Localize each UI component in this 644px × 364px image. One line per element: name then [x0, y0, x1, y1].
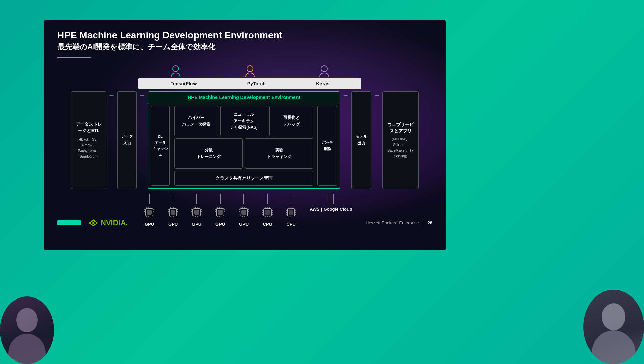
presenter-right-silhouette	[583, 290, 644, 364]
presenter-left-thumbnail	[0, 296, 54, 364]
person-tensorflow	[171, 65, 180, 77]
arrow-data-input: →	[139, 91, 146, 189]
nvidia-logo: NVIDIA.	[88, 218, 128, 227]
framework-tensorflow: TensorFlow	[171, 81, 197, 86]
footer-right: Hewlett Packard Enterprise 28	[366, 219, 432, 226]
framework-bar: TensorFlow PyTorch Keras	[138, 78, 361, 89]
top-section: TensorFlow PyTorch Keras	[57, 65, 432, 89]
presenter-left-silhouette	[0, 296, 54, 364]
framework-keras: Keras	[316, 81, 329, 86]
arrow-model-output: →	[342, 91, 349, 189]
data-storage-box: データストレージとETL (HDFS、S3、Airflow、Pachyderm、…	[71, 91, 106, 189]
web-service-title: ウェブサービスとアプリ	[386, 121, 415, 134]
slide-main-title: HPE Machine Learning Development Environ…	[57, 30, 432, 41]
svg-point-102	[8, 334, 46, 364]
cpu-chip-icon-2	[285, 206, 298, 219]
web-service-box: ウェブサービスとアプリ (MLFlow、Seldon、SageMaker、TF …	[382, 91, 419, 189]
svg-rect-71	[265, 210, 270, 215]
dl-cache-label: DLデータキャッシュ	[151, 134, 169, 157]
data-storage-title: データストレージとETL	[75, 121, 103, 134]
gpu-chip-icon-4	[214, 206, 227, 219]
neural-arch-label: ニューラルアーキテクチャ探索(NAS)	[230, 111, 257, 131]
hyperparams-box: ハイパーパラメータ探索	[174, 106, 218, 136]
data-input-label: データ入力	[121, 133, 133, 146]
title-underline-decoration	[57, 57, 91, 58]
cluster-box: クラスタ共有とリソース管理	[174, 171, 313, 186]
person-icon-1-head	[172, 65, 179, 72]
slide-content: HPE Machine Learning Development Environ…	[44, 20, 446, 233]
mlde-inner-content: DLデータキャッシュ ハイパーパラメータ探索 ニューラルアーキテクチャ探索(NA…	[148, 103, 340, 188]
svg-rect-15	[171, 210, 175, 215]
arrow-left: →	[108, 91, 115, 189]
dl-cache-box: DLデータキャッシュ	[151, 106, 170, 186]
person-icon-1-body	[171, 73, 180, 77]
footer-logos: NVIDIA.	[57, 218, 128, 227]
model-output-box: モデル 出力	[351, 91, 371, 189]
person-pytorch	[245, 65, 255, 77]
distributed-label: 分散トレーニング	[197, 147, 221, 160]
full-diagram: データストレージとETL (HDFS、S3、Airflow、Pachyderm、…	[71, 91, 419, 189]
svg-rect-29	[194, 210, 199, 215]
experiment-tracking-box: 実験トラッキング	[245, 138, 313, 169]
distributed-training-box: 分散トレーニング	[174, 138, 243, 169]
nvidia-eye-icon	[88, 219, 99, 227]
svg-point-103	[602, 303, 625, 330]
svg-rect-85	[289, 210, 293, 215]
arrow-web-service: →	[373, 91, 380, 189]
footer-company: Hewlett Packard Enterprise	[366, 220, 419, 225]
hyperparams-label: ハイパーパラメータ探索	[182, 114, 210, 127]
gpu-chip-icon-5	[237, 206, 250, 219]
gpu-chip-icon-1	[143, 206, 156, 219]
mlde-outer-box: HPE Machine Learning Development Environ…	[148, 91, 340, 189]
fw-content: TensorFlow PyTorch Keras	[138, 65, 361, 89]
neural-arch-box: ニューラルアーキテクチャ探索(NAS)	[220, 106, 268, 136]
svg-rect-1	[147, 210, 152, 215]
gpu-chip-icon-2	[166, 206, 179, 219]
person-icon-2-head	[247, 65, 253, 72]
person-keras	[319, 65, 329, 77]
mlde-header: HPE Machine Learning Development Environ…	[148, 92, 340, 103]
data-input-box: データ入力	[117, 91, 137, 189]
diagram-wrapper: データストレージとETL (HDFS、S3、Airflow、Pachyderm、…	[57, 91, 432, 189]
svg-rect-57	[241, 210, 246, 215]
person-icon-2-body	[245, 73, 255, 77]
cloud-connector-lines	[329, 194, 334, 204]
slide-container: HPE Machine Learning Development Environ…	[44, 20, 446, 250]
web-service-subtitle: (MLFlow、Seldon、SageMaker、TF Serving)	[386, 136, 415, 159]
framework-row: TensorFlow PyTorch Keras	[71, 65, 419, 89]
cloud-line-1	[329, 194, 329, 204]
nvidia-text: NVIDIA.	[101, 218, 128, 227]
batch-inference-label: バッチ推論	[322, 140, 333, 152]
svg-point-101	[16, 308, 38, 332]
page-divider	[423, 219, 423, 226]
hpe-green-bar-logo	[57, 220, 81, 225]
visualization-box: 可視化とデバッグ	[269, 106, 313, 136]
persons-row	[138, 65, 361, 77]
batch-inference-box: バッチ推論	[317, 106, 337, 186]
cloud-line-2	[333, 194, 334, 204]
gpu-chip-icon-3	[190, 206, 203, 219]
svg-rect-43	[218, 210, 223, 215]
presenter-right-thumbnail	[583, 290, 644, 364]
visualization-label: 可視化とデバッグ	[283, 114, 300, 127]
framework-pytorch: PyTorch	[247, 81, 266, 86]
cloud-label: AWS | Google Cloud	[310, 207, 352, 212]
cluster-label: クラスタ共有とリソース管理	[215, 176, 273, 181]
person-icon-3-body	[319, 73, 329, 77]
person-icon-3-head	[321, 65, 328, 72]
cloud-item: AWS | Google Cloud	[310, 194, 352, 212]
data-storage-subtitle: (HDFS、S3、Airflow、Pachyderm、Sparkなど)	[75, 137, 103, 159]
model-output-label: モデル 出力	[354, 133, 368, 146]
experiment-label: 実験トラッキング	[267, 147, 291, 160]
cpu-chip-icon-1	[261, 206, 274, 219]
page-number: 28	[428, 220, 432, 225]
slide-footer: NVIDIA. Hewlett Packard Enterprise 28	[57, 218, 432, 227]
slide-subtitle: 最先端のAI開発を標準に、チーム全体で効率化	[57, 42, 432, 52]
